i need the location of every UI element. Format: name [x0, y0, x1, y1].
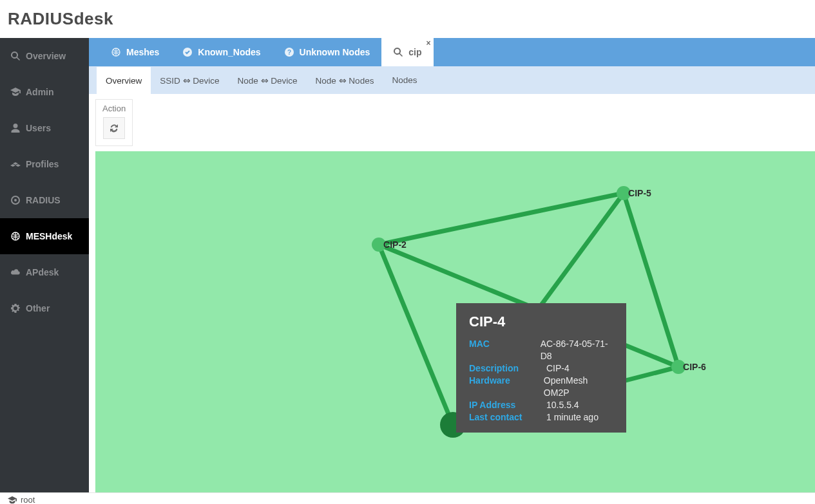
- content-area: Meshes Known_Nodes ? Unknown Nodes cip ×…: [89, 38, 815, 492]
- cloud-icon: [10, 267, 21, 277]
- subtab-bar: Overview SSID ⇔ Device Node ⇔ Device Nod…: [89, 66, 815, 94]
- tab-known-nodes[interactable]: Known_Nodes: [171, 38, 272, 66]
- mesh-node-label: CIP-5: [628, 188, 651, 198]
- tooltip-key: Description: [469, 362, 546, 375]
- mesh-svg: [95, 151, 815, 492]
- sidebar-item-label: Users: [26, 123, 51, 133]
- subtab-ssid-device[interactable]: SSID ⇔ Device: [151, 66, 228, 94]
- toolbar: Action: [89, 94, 815, 151]
- mesh-edge: [624, 193, 678, 367]
- sidebar-item-label: APdesk: [26, 267, 59, 277]
- sidebar-item-radius[interactable]: RADIUS: [0, 182, 89, 218]
- tab-meshes[interactable]: Meshes: [99, 38, 171, 66]
- tab-label: Unknown Nodes: [300, 47, 370, 57]
- sidebar-item-admin[interactable]: Admin: [0, 74, 89, 110]
- tooltip-row: HardwareOpenMesh OM2P: [469, 375, 613, 399]
- tooltip-value: CIP-4: [546, 362, 570, 375]
- sidebar-item-overview[interactable]: Overview: [0, 38, 89, 74]
- sidebar-item-meshdesk[interactable]: MESHdesk: [0, 218, 89, 254]
- subtab-label: Overview: [106, 76, 142, 86]
- graduation-icon: [8, 496, 17, 505]
- tooltip-key: Last contact: [469, 411, 546, 424]
- tab-cip[interactable]: cip ×: [381, 38, 433, 66]
- subtab-label: SSID ⇔ Device: [160, 75, 219, 86]
- magnifier-icon: [10, 51, 21, 61]
- mesh-edge: [379, 193, 624, 245]
- sidebar: Overview Admin Users Profiles RADIUS MES…: [0, 38, 89, 492]
- sidebar-item-label: Profiles: [26, 159, 59, 169]
- mesh-node-label: CIP-6: [683, 362, 706, 372]
- user-icon: [10, 123, 21, 133]
- svg-text:?: ?: [287, 49, 291, 56]
- tab-unknown-nodes[interactable]: ? Unknown Nodes: [273, 38, 382, 66]
- tooltip-value: AC-86-74-05-71-D8: [541, 338, 613, 362]
- footer: root: [0, 492, 815, 504]
- subtab-node-nodes[interactable]: Node ⇔ Nodes: [307, 66, 383, 94]
- subtab-nodes[interactable]: Nodes: [383, 66, 426, 94]
- gear-icon: [10, 303, 21, 313]
- tooltip-row: Last contact1 minute ago: [469, 411, 613, 424]
- tooltip-key: MAC: [469, 338, 541, 362]
- node-tooltip: CIP-4 MACAC-86-74-05-71-D8DescriptionCIP…: [456, 303, 626, 433]
- sidebar-item-apdesk[interactable]: APdesk: [0, 254, 89, 290]
- footer-user: root: [21, 495, 35, 504]
- action-label: Action: [102, 104, 126, 113]
- tooltip-row: MACAC-86-74-05-71-D8: [469, 338, 613, 362]
- graduation-icon: [10, 87, 21, 97]
- refresh-icon: [109, 123, 119, 133]
- subtab-overview[interactable]: Overview: [97, 66, 151, 94]
- tooltip-row: DescriptionCIP-4: [469, 362, 613, 375]
- mesh-canvas[interactable]: CIP-2CIP-4CIP-5CIP-6 CIP-4 MACAC-86-74-0…: [95, 151, 815, 492]
- tooltip-value: 1 minute ago: [546, 411, 599, 424]
- tab-label: Known_Nodes: [198, 47, 260, 57]
- sidebar-item-label: RADIUS: [26, 195, 61, 205]
- tooltip-row: IP Address10.5.5.4: [469, 399, 613, 411]
- tab-label: cip: [408, 47, 421, 57]
- sidebar-item-label: Overview: [26, 51, 66, 61]
- sidebar-item-label: MESHdesk: [26, 231, 72, 241]
- refresh-button[interactable]: [103, 117, 125, 139]
- tooltip-title: CIP-4: [469, 313, 613, 330]
- check-circle-icon: [182, 47, 193, 57]
- app-title: RADIUSdesk: [0, 0, 815, 38]
- tooltip-value: 10.5.5.4: [546, 399, 579, 411]
- mesh-icon: [10, 231, 21, 241]
- subtab-label: Nodes: [392, 75, 417, 85]
- action-group: Action: [95, 99, 133, 146]
- question-circle-icon: ?: [284, 47, 294, 57]
- sidebar-item-label: Other: [26, 303, 50, 313]
- topbar: Meshes Known_Nodes ? Unknown Nodes cip ×: [89, 38, 815, 66]
- subtab-label: Node ⇔ Device: [238, 75, 298, 86]
- target-icon: [10, 195, 21, 205]
- sidebar-item-other[interactable]: Other: [0, 290, 89, 326]
- tab-label: Meshes: [126, 47, 159, 57]
- tooltip-value: OpenMesh OM2P: [544, 375, 613, 399]
- subtab-node-device[interactable]: Node ⇔ Device: [229, 66, 307, 94]
- cubes-icon: [10, 159, 21, 169]
- close-icon[interactable]: ×: [426, 39, 430, 47]
- mesh-node-label: CIP-2: [383, 239, 407, 250]
- svg-point-1: [14, 199, 17, 201]
- subtab-label: Node ⇔ Nodes: [316, 75, 374, 86]
- sidebar-item-users[interactable]: Users: [0, 110, 89, 146]
- sidebar-item-profiles[interactable]: Profiles: [0, 146, 89, 182]
- magnifier-icon: [393, 47, 403, 57]
- sidebar-item-label: Admin: [26, 87, 54, 97]
- main-wrap: Overview Admin Users Profiles RADIUS MES…: [0, 38, 815, 492]
- tooltip-key: IP Address: [469, 399, 546, 411]
- mesh-icon: [111, 47, 121, 57]
- tooltip-key: Hardware: [469, 375, 544, 399]
